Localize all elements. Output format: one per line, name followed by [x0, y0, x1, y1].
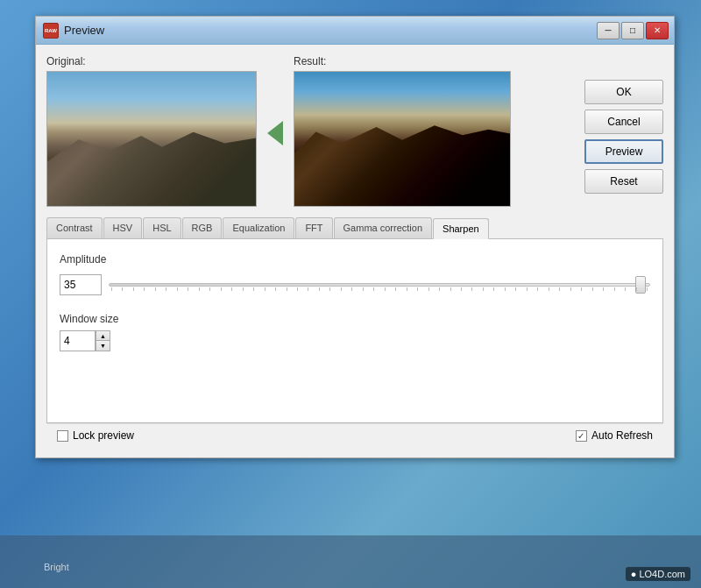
- auto-refresh-row: ✓ Auto Refresh: [576, 429, 653, 442]
- minimize-button[interactable]: ─: [597, 22, 620, 39]
- tick: [188, 287, 188, 291]
- tick: [515, 287, 516, 291]
- tick: [549, 287, 549, 291]
- tick: [428, 287, 429, 291]
- window-size-input[interactable]: [60, 330, 95, 351]
- tabs-bar: Contrast HSV HSL RGB Equalization FFT Ga…: [46, 217, 663, 239]
- tick: [417, 287, 418, 291]
- tick: [537, 287, 538, 291]
- original-label: Original:: [46, 55, 257, 67]
- tick: [199, 287, 200, 291]
- ok-button[interactable]: OK: [584, 80, 663, 104]
- auto-refresh-checkbox[interactable]: ✓: [576, 430, 587, 442]
- titlebar: RAW Preview ─ □ ✕: [36, 17, 674, 45]
- tab-contrast[interactable]: Contrast: [46, 217, 103, 238]
- maximize-button[interactable]: □: [621, 22, 644, 39]
- tick: [144, 287, 145, 291]
- amplitude-row: [60, 271, 650, 299]
- tab-hsv[interactable]: HSV: [103, 217, 143, 238]
- tick: [570, 287, 571, 291]
- lock-preview-label: Lock preview: [73, 429, 134, 442]
- tick: [527, 287, 528, 291]
- tick: [450, 287, 451, 291]
- tick: [559, 287, 560, 291]
- window-title: Preview: [64, 24, 104, 37]
- tab-gamma-correction[interactable]: Gamma correction: [334, 217, 432, 238]
- tick: [341, 287, 342, 291]
- tabs-container: Contrast HSV HSL RGB Equalization FFT Ga…: [46, 217, 663, 423]
- tick: [603, 287, 604, 291]
- reset-button[interactable]: Reset: [584, 169, 663, 194]
- spin-up-button[interactable]: ▲: [96, 331, 110, 341]
- window-size-label: Window size: [60, 313, 650, 325]
- titlebar-left: RAW Preview: [43, 23, 104, 39]
- original-section: Original:: [46, 55, 257, 207]
- auto-refresh-label: Auto Refresh: [591, 429, 653, 442]
- tick: [297, 287, 298, 291]
- lock-preview-row: Lock preview: [57, 429, 134, 442]
- tick: [407, 287, 407, 291]
- arrow-section: [264, 55, 287, 145]
- slider-ticks: [110, 287, 649, 293]
- tick: [439, 287, 440, 291]
- tick: [243, 287, 244, 291]
- window-size-spinbox: ▲ ▼: [60, 330, 110, 351]
- tick: [483, 287, 484, 291]
- tick: [471, 287, 472, 291]
- tick: [614, 287, 615, 291]
- lock-preview-checkbox[interactable]: [57, 430, 68, 442]
- tick: [319, 287, 320, 291]
- tick: [505, 287, 506, 291]
- tick: [363, 287, 364, 291]
- tick: [155, 287, 156, 291]
- tick: [166, 287, 166, 291]
- amplitude-slider-track[interactable]: [109, 283, 650, 287]
- tick: [592, 287, 593, 291]
- tick: [308, 287, 308, 291]
- images-row: Original: Result: OK Cancel Preview: [46, 55, 663, 207]
- app-icon: RAW: [43, 23, 59, 39]
- tab-equalization[interactable]: Equalization: [223, 217, 294, 238]
- tick: [253, 287, 254, 291]
- tick: [177, 287, 178, 291]
- lock-preview-checkbox-area[interactable]: Lock preview: [57, 429, 134, 442]
- close-button[interactable]: ✕: [646, 22, 669, 39]
- tick: [351, 287, 352, 291]
- tick: [373, 287, 374, 291]
- tick: [287, 287, 287, 291]
- tick: [275, 287, 276, 291]
- watermark: ● LO4D.com: [626, 567, 690, 581]
- tick: [111, 287, 112, 291]
- tick: [493, 287, 494, 291]
- tab-rgb[interactable]: RGB: [182, 217, 223, 238]
- tick: [221, 287, 222, 291]
- amplitude-group: Amplitude: [60, 253, 650, 299]
- tick: [385, 287, 386, 291]
- window-size-row: ▲ ▼: [60, 330, 650, 351]
- buttons-panel: OK Cancel Preview Reset: [584, 55, 663, 194]
- desktop-taskbar: Bright: [0, 535, 701, 588]
- tab-hsl[interactable]: HSL: [143, 217, 181, 238]
- spin-buttons: ▲ ▼: [95, 330, 110, 351]
- original-image-frame: [46, 71, 257, 207]
- window-body: Original: Result: OK Cancel Preview: [36, 45, 674, 457]
- desktop-bottom-text: Bright: [44, 562, 69, 572]
- tab-fft[interactable]: FFT: [295, 217, 332, 238]
- amplitude-label: Amplitude: [60, 253, 650, 266]
- tick: [625, 287, 626, 291]
- tick: [461, 287, 462, 291]
- result-label: Result:: [294, 55, 511, 67]
- cancel-button[interactable]: Cancel: [584, 110, 663, 134]
- tab-content-sharpen: Amplitude: [46, 239, 663, 423]
- original-image: [47, 72, 256, 206]
- tick: [329, 287, 330, 291]
- result-section: Result:: [294, 55, 511, 207]
- tab-sharpen[interactable]: Sharpen: [433, 218, 489, 239]
- left-arrow-icon[interactable]: [267, 121, 283, 145]
- tick: [636, 287, 637, 291]
- result-image-frame: [294, 71, 511, 207]
- tick: [395, 287, 396, 291]
- amplitude-input[interactable]: [60, 274, 102, 295]
- spin-down-button[interactable]: ▼: [96, 341, 110, 351]
- preview-button[interactable]: Preview: [584, 139, 663, 164]
